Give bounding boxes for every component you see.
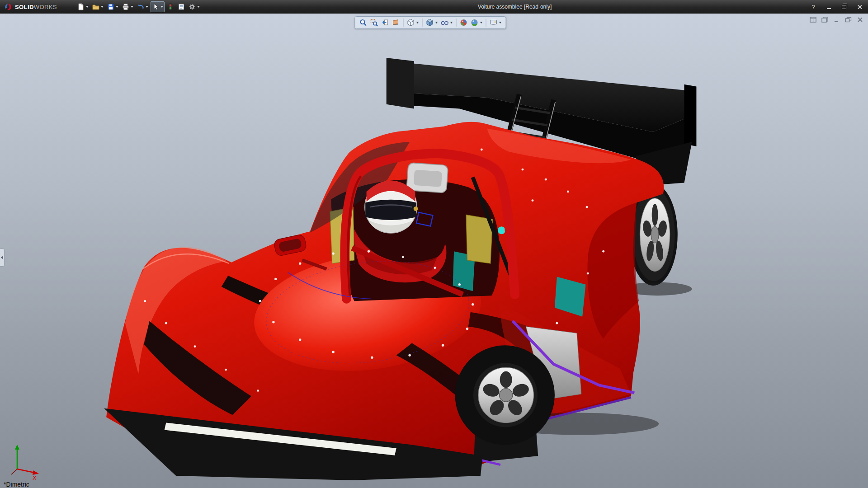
section-view-icon	[392, 19, 400, 27]
save-icon	[107, 3, 114, 10]
titlebar: SOLIDWORKS	[0, 0, 868, 14]
close-button[interactable]	[855, 3, 863, 11]
model-viewport[interactable]	[0, 14, 868, 488]
window-controls: ?	[809, 3, 863, 11]
tile-windows-button[interactable]	[809, 16, 817, 23]
headsup-view-toolbar	[355, 16, 506, 29]
minimize-icon	[827, 8, 831, 9]
close-icon	[857, 5, 862, 9]
panel-splitter-handle[interactable]	[0, 249, 5, 267]
print-icon	[122, 3, 129, 10]
dropdown-caret-icon	[435, 22, 438, 23]
save-button[interactable]	[106, 1, 120, 12]
restore-window-button[interactable]	[844, 16, 853, 23]
restore-window-icon	[845, 17, 852, 23]
close-window-icon	[857, 17, 863, 23]
rear-left-wheel	[455, 345, 555, 445]
help-icon: ?	[811, 4, 815, 10]
file-properties-icon	[178, 3, 185, 10]
minimize-window-button[interactable]	[832, 16, 841, 23]
restore-button[interactable]	[840, 3, 848, 11]
previous-view-icon	[381, 19, 389, 27]
dropdown-caret-icon	[86, 6, 89, 8]
toolbar-separator	[486, 19, 486, 27]
options-gear-icon	[189, 3, 196, 10]
edit-appearance-button[interactable]	[459, 18, 469, 27]
toolbar-separator	[403, 19, 404, 27]
select-tool-button[interactable]	[151, 1, 165, 12]
zoom-to-area-icon	[370, 19, 378, 27]
file-properties-button[interactable]	[176, 1, 186, 12]
previous-view-button[interactable]	[380, 18, 390, 27]
view-orientation-cube-icon	[407, 19, 415, 27]
visor	[365, 200, 416, 220]
solidworks-logo: SOLIDWORKS	[4, 2, 57, 11]
restore-icon	[842, 5, 846, 9]
dropdown-caret-icon	[416, 22, 419, 23]
dropdown-caret-icon	[197, 6, 200, 8]
window-title: Voiture assomblee [Read-only]	[478, 4, 552, 10]
car-model	[104, 58, 696, 480]
undo-icon	[137, 3, 144, 10]
edit-appearance-ball-icon	[460, 19, 468, 27]
minimize-window-icon	[833, 17, 840, 23]
minimize-button[interactable]	[825, 3, 833, 11]
dropdown-caret-icon	[450, 22, 453, 23]
headrest-box	[406, 163, 448, 193]
graphics-area[interactable]: X *Dimetric	[0, 14, 868, 488]
dropdown-caret-icon	[499, 22, 502, 23]
toolbar-separator	[456, 19, 457, 27]
open-button[interactable]	[91, 1, 105, 12]
dassault-systemes-logo-icon	[4, 2, 13, 11]
rebuild-icon	[167, 3, 174, 10]
open-folder-icon	[92, 3, 99, 10]
dropdown-caret-icon	[160, 6, 163, 8]
new-window-button[interactable]	[821, 16, 829, 23]
new-window-icon	[821, 17, 828, 23]
options-button[interactable]	[187, 1, 201, 12]
y-axis-arrow-icon	[15, 445, 19, 450]
display-style-button[interactable]	[425, 18, 439, 27]
rebuild-button[interactable]	[165, 1, 175, 12]
view-orientation-label: *Dimetric	[4, 481, 29, 488]
new-document-button[interactable]	[76, 1, 90, 12]
zoom-to-area-button[interactable]	[369, 18, 379, 27]
zoom-to-fit-icon	[359, 19, 368, 27]
brand-text: SOLIDWORKS	[15, 4, 57, 10]
dropdown-caret-icon	[146, 6, 148, 8]
view-orientation-button[interactable]	[406, 18, 420, 27]
titlebar-toolbar	[76, 1, 201, 12]
zoom-to-fit-button[interactable]	[359, 18, 368, 27]
hide-show-items-button[interactable]	[440, 18, 454, 27]
x-axis-label: X	[33, 474, 37, 481]
select-cursor-icon	[152, 3, 159, 10]
print-button[interactable]	[121, 1, 135, 12]
view-settings-icon	[490, 19, 498, 27]
toolbar-separator	[422, 19, 423, 27]
apply-scene-ball-icon	[471, 19, 479, 27]
orientation-triad: X	[6, 443, 48, 481]
section-view-button[interactable]	[391, 18, 401, 27]
new-document-icon	[77, 3, 85, 10]
brand-solid: SOLID	[15, 4, 34, 10]
help-button[interactable]: ?	[809, 3, 817, 11]
brand-works: WORKS	[34, 4, 57, 10]
tile-windows-icon	[810, 17, 816, 23]
undo-button[interactable]	[136, 1, 150, 12]
dropdown-caret-icon	[101, 6, 104, 8]
hide-show-glasses-icon	[441, 19, 449, 27]
apply-scene-button[interactable]	[470, 18, 484, 27]
view-settings-button[interactable]	[489, 18, 503, 27]
close-window-button[interactable]	[856, 16, 864, 23]
dropdown-caret-icon	[480, 22, 483, 23]
dropdown-caret-icon	[116, 6, 118, 8]
dropdown-caret-icon	[131, 6, 133, 8]
child-window-controls	[809, 16, 864, 23]
display-style-icon	[426, 19, 434, 27]
collapse-arrow-icon	[1, 256, 3, 259]
